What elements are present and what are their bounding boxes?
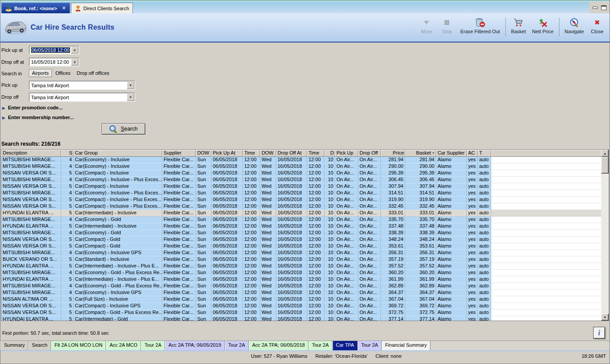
column-header-car-group[interactable]: Car Group <box>74 150 162 157</box>
cell-filler <box>491 290 602 296</box>
table-row[interactable]: NISSAN ALTIMA OR ...5Car(Full Size) - In… <box>1 296 602 303</box>
bottom-tab-search[interactable]: Search <box>28 341 51 350</box>
cell-dropoff_loc: On Air... <box>358 183 381 190</box>
column-header-drop-off[interactable]: Drop Off <box>358 150 381 157</box>
table-row[interactable]: NISSAN VERSA OR S...5Car(Compact) - Gold… <box>1 310 602 316</box>
column-header-time[interactable]: Time <box>243 150 260 157</box>
column-header-d[interactable]: D <box>325 150 335 157</box>
column-header-t[interactable]: T <box>478 150 491 157</box>
nett-price-button[interactable]: $ Nett Price <box>529 17 556 35</box>
column-header-pick-up[interactable]: Pick Up <box>335 150 358 157</box>
cell-pickup_loc: On Air... <box>335 223 358 230</box>
info-button[interactable]: i <box>593 327 605 339</box>
bottom-tab-car-tpa[interactable]: Car TPA <box>332 341 358 350</box>
table-row[interactable]: MITSUBISHI MIRAGE...4Car(Economy) - Incl… <box>1 177 602 183</box>
promotion-code-expander[interactable]: ▶Enter promotion code... <box>2 105 63 110</box>
basket-button[interactable]: Basket <box>508 17 529 35</box>
cell-desc: NISSAN VERSA OR S... <box>1 236 61 243</box>
column-header-pick-up-at[interactable]: Pick Up At <box>211 150 243 157</box>
scroll-down-icon[interactable]: ▼ <box>601 314 609 321</box>
search-in-drop-off-offices[interactable]: Drop off offices <box>74 70 112 77</box>
column-header-time[interactable]: Time <box>307 150 325 157</box>
chevron-down-icon[interactable]: ▼ <box>71 46 78 54</box>
cell-time2: 12:00 <box>307 316 325 321</box>
column-header-drop-off-at[interactable]: Drop Off At <box>276 150 307 157</box>
bottom-tab-acc-2a-mco[interactable]: Acc 2A MCO <box>106 341 141 350</box>
drop-off-at-field[interactable]: 16/05/2018 12:00 ▼ <box>29 58 79 66</box>
maximize-icon[interactable] <box>601 5 606 10</box>
table-row[interactable]: NISSAN VERSA OR S...5Car(Compact) - Incl… <box>1 303 602 310</box>
table-row[interactable]: MITSUBISHI MIRAGE...4Car(Economy) - Incl… <box>1 163 602 170</box>
search-in-offices[interactable]: Offices <box>53 70 73 77</box>
table-row[interactable]: MITSUBISHI MIRAGE...4Car(Economy) - Gold… <box>1 283 602 290</box>
chevron-down-icon[interactable]: ▼ <box>71 58 78 66</box>
cell-basket: 306.45 <box>405 177 436 183</box>
search-button[interactable]: Search <box>102 123 145 135</box>
column-header-dow[interactable]: DOW <box>260 150 276 157</box>
bottom-tab-acc-2a-tpa-06-05-2019[interactable]: Acc 2A TPA; 06/05/2019 <box>165 341 225 350</box>
table-row[interactable]: BUICK VERANO OR S...5Car(Standard) - Inc… <box>1 256 602 263</box>
table-row[interactable]: NISSAN VERSA OR S...5Car(Compact) - Incl… <box>1 203 602 210</box>
column-header-description[interactable]: Description <box>1 150 61 157</box>
membership-number-expander[interactable]: ▶Enter membership number... <box>2 115 74 120</box>
scrollbar-thumb[interactable] <box>601 157 609 174</box>
person-icon <box>75 5 81 12</box>
table-row[interactable]: HYUNDAI ELANTRA ...5Car(Intermediate) - … <box>1 263 602 270</box>
tab-close-icon[interactable]: ✕ <box>62 5 66 11</box>
table-row[interactable]: HYUNDAI ELANTRA ...5Car(Intermediate) - … <box>1 223 602 230</box>
table-row[interactable]: NISSAN VERSA OR S...5Car(Compact) - Gold… <box>1 243 602 250</box>
table-row[interactable]: MITSUBISHI MIRAGE...4Car(Economy) - Gold… <box>1 270 602 276</box>
more-button[interactable]: More <box>417 17 436 35</box>
navigate-button[interactable]: Navigate <box>562 17 587 35</box>
table-row[interactable]: HYUNDAI ELANTRA ...5Car(Intermediate) - … <box>1 316 602 321</box>
vertical-scrollbar[interactable]: ▲ ▼ <box>601 150 609 321</box>
expander-arrow-icon: ▶ <box>2 106 5 110</box>
table-row[interactable]: MITSUBISHI MIRAGE...4Car(Economy) - Incl… <box>1 190 602 197</box>
scrollbar-track[interactable] <box>601 174 609 314</box>
table-row[interactable]: MITSUBISHI MIRAGE...4Car(Economy) - Incl… <box>1 157 602 163</box>
bottom-tab-tour-2a[interactable]: Tour 2A <box>225 341 249 350</box>
bottom-tab-flt-2a-lon-mco-lon[interactable]: Flt 2A LON MCO LON <box>51 341 106 350</box>
table-row[interactable]: NISSAN VERSA OR S...5Car(Compact) - Incl… <box>1 183 602 190</box>
pick-up-field[interactable]: Tampa Intl Airport ▼ <box>29 81 135 90</box>
table-row[interactable]: MITSUBISHI MIRAGE...4Car(Economy) - Incl… <box>1 250 602 256</box>
table-row[interactable]: NISSAN VERSA OR S...5Car(Compact) - Incl… <box>1 170 602 177</box>
drop-off-field[interactable]: Tampa Intl Airport ▼ <box>29 93 135 102</box>
bottom-tab-tour-2a[interactable]: Tour 2A <box>358 341 382 350</box>
table-row[interactable]: HYUNDAI ELANTRA ...5Car(Intermediate) - … <box>1 276 602 283</box>
column-header-dow[interactable]: DOW <box>196 150 211 157</box>
table-row[interactable]: NISSAN VERSA OR S...5Car(Compact) - Gold… <box>1 236 602 243</box>
table-row[interactable]: MITSUBISHI MIRAGE...4Car(Economy) - Incl… <box>1 290 602 296</box>
search-in-airports[interactable]: Airports <box>29 69 52 77</box>
column-header-basket[interactable]: Basket▼ <box>405 150 436 157</box>
table-row[interactable]: NISSAN VERSA OR S...5Car(Compact) - Incl… <box>1 197 602 203</box>
stop-button[interactable]: Stop <box>437 17 457 35</box>
bottom-tab-summary[interactable]: Summary <box>0 341 28 350</box>
column-header-s[interactable]: S <box>61 150 74 157</box>
bottom-tab-financial-summary[interactable]: Financial Summary <box>382 341 430 350</box>
column-header-price[interactable]: Price <box>381 150 405 157</box>
chevron-down-icon[interactable]: ▼ <box>127 93 134 101</box>
erase-filtered-out-button[interactable]: Erase Filtered Out <box>458 17 502 35</box>
table-row[interactable]: HYUNDAI ELANTRA ...5Car(Intermediate) - … <box>1 210 602 217</box>
cell-dropoff_date: 16/05/2018 <box>276 236 307 243</box>
toolbar-separator <box>559 18 559 36</box>
tab-booking-ref[interactable]: Book. ref.: <none> ✕ <box>1 3 70 13</box>
table-row[interactable]: MITSUBISHI MIRAGE...4Car(Economy) - Gold… <box>1 230 602 236</box>
column-header-supplier[interactable]: Supplier <box>162 150 196 157</box>
minimize-icon[interactable] <box>593 7 598 9</box>
chevron-down-icon[interactable]: ▼ <box>127 81 134 89</box>
close-button[interactable]: ✖ Close <box>587 17 607 35</box>
bottom-tab-tour-2a[interactable]: Tour 2A <box>309 341 332 350</box>
tab-direct-clients-search[interactable]: Direct Clients Search <box>71 3 133 13</box>
cell-t: auto <box>478 296 491 303</box>
pick-up-at-field[interactable]: 06/05/2018 12:00 ▼ <box>29 46 79 54</box>
bottom-tab-tour-2a[interactable]: Tour 2A <box>141 341 165 350</box>
table-row[interactable]: MITSUBISHI MIRAGE...4Car(Economy) - Gold… <box>1 217 602 223</box>
cell-t: auto <box>478 177 491 183</box>
column-header-ac[interactable]: AC <box>467 150 478 157</box>
bottom-tab-acc-2a-tpa-06-05-2018[interactable]: Acc 2A TPA; 06/05/2018 <box>249 341 309 350</box>
column-header-blank[interactable] <box>491 150 602 157</box>
column-header-car-supplier[interactable]: Car Supplier <box>436 150 467 157</box>
scroll-up-icon[interactable]: ▲ <box>601 150 609 157</box>
